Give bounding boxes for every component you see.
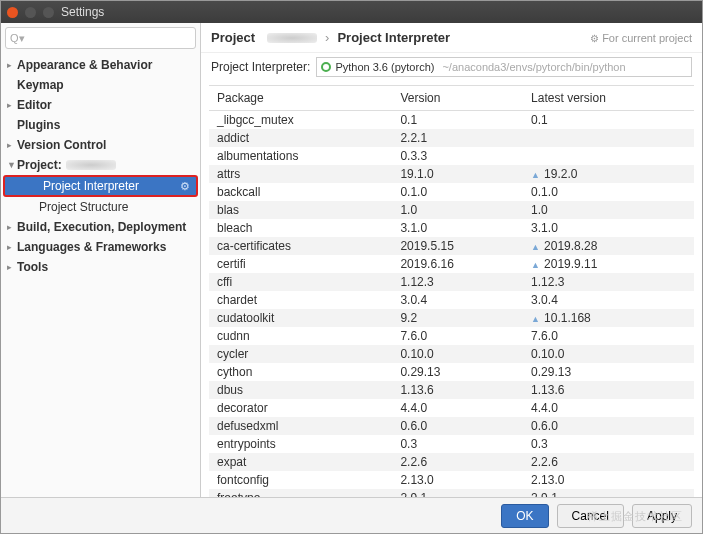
pkg-latest: 0.1 (523, 111, 694, 130)
redacted-name (66, 160, 116, 170)
sidebar-item-plugins[interactable]: Plugins (1, 115, 200, 135)
pkg-name: dbus (209, 381, 392, 399)
chevron-right-icon: ▸ (7, 262, 17, 272)
breadcrumb: Project › Project Interpreter ⚙For curre… (201, 23, 702, 53)
pkg-latest: 0.3 (523, 435, 694, 453)
close-icon[interactable] (7, 7, 18, 18)
redacted-name (267, 33, 317, 43)
table-row[interactable]: backcall0.1.00.1.0 (209, 183, 694, 201)
table-row[interactable]: cudatoolkit9.2▲10.1.168 (209, 309, 694, 327)
pkg-latest: 0.29.13 (523, 363, 694, 381)
pkg-latest (523, 147, 694, 165)
table-row[interactable]: blas1.01.0 (209, 201, 694, 219)
sidebar-item-keymap[interactable]: Keymap (1, 75, 200, 95)
table-row[interactable]: _libgcc_mutex0.10.1 (209, 111, 694, 130)
tree-item-label: Tools (17, 260, 48, 274)
pkg-name: cudatoolkit (209, 309, 392, 327)
tree-item-label: Version Control (17, 138, 106, 152)
crumb-interpreter: Project Interpreter (337, 30, 450, 45)
crumb-project[interactable]: Project (211, 30, 255, 45)
pkg-version: 2.2.1 (392, 129, 523, 147)
pkg-name: ca-certificates (209, 237, 392, 255)
tree-item-label: Project: (17, 158, 62, 172)
table-row[interactable]: albumentations0.3.3 (209, 147, 694, 165)
sidebar-item-version-control[interactable]: ▸Version Control (1, 135, 200, 155)
main-panel: Project › Project Interpreter ⚙For curre… (201, 23, 702, 497)
sidebar-item-project-interpreter[interactable]: Project Interpreter⚙ (3, 175, 198, 197)
interpreter-name: Python 3.6 (pytorch) (335, 61, 434, 73)
pkg-name: _libgcc_mutex (209, 111, 392, 130)
pkg-latest: 4.4.0 (523, 399, 694, 417)
upgrade-icon: ▲ (531, 170, 540, 180)
table-row[interactable]: cffi1.12.31.12.3 (209, 273, 694, 291)
search-placeholder: Q▾ (10, 32, 25, 45)
pkg-name: cycler (209, 345, 392, 363)
table-row[interactable]: dbus1.13.61.13.6 (209, 381, 694, 399)
upgrade-icon: ▲ (531, 314, 540, 324)
pkg-name: backcall (209, 183, 392, 201)
interpreter-path: ~/anaconda3/envs/pytorch/bin/python (442, 61, 625, 73)
table-row[interactable]: attrs19.1.0▲19.2.0 (209, 165, 694, 183)
pkg-version: 0.10.0 (392, 345, 523, 363)
tree-item-label: Project Structure (39, 200, 128, 214)
table-row[interactable]: cudnn7.6.07.6.0 (209, 327, 694, 345)
sidebar-item-appearance-behavior[interactable]: ▸Appearance & Behavior (1, 55, 200, 75)
packages-table: Package Version Latest version _libgcc_m… (209, 86, 694, 497)
col-version[interactable]: Version (392, 86, 523, 111)
search-input[interactable]: Q▾ (5, 27, 196, 49)
col-package[interactable]: Package (209, 86, 392, 111)
maximize-icon[interactable] (43, 7, 54, 18)
table-row[interactable]: certifi2019.6.16▲2019.9.11 (209, 255, 694, 273)
pkg-name: defusedxml (209, 417, 392, 435)
pkg-latest: 3.1.0 (523, 219, 694, 237)
pkg-version: 0.29.13 (392, 363, 523, 381)
pkg-latest: 1.0 (523, 201, 694, 219)
pkg-latest: 0.10.0 (523, 345, 694, 363)
sidebar-item-build-execution-deployment[interactable]: ▸Build, Execution, Deployment (1, 217, 200, 237)
pkg-version: 4.4.0 (392, 399, 523, 417)
pkg-version: 1.12.3 (392, 273, 523, 291)
pkg-name: blas (209, 201, 392, 219)
table-row[interactable]: ca-certificates2019.5.15▲2019.8.28 (209, 237, 694, 255)
gear-icon[interactable]: ⚙ (180, 180, 190, 193)
pkg-latest: 0.6.0 (523, 417, 694, 435)
pkg-name: freetype (209, 489, 392, 497)
interpreter-dropdown[interactable]: Python 3.6 (pytorch) ~/anaconda3/envs/py… (316, 57, 692, 77)
sidebar-item-languages-frameworks[interactable]: ▸Languages & Frameworks (1, 237, 200, 257)
table-row[interactable]: defusedxml0.6.00.6.0 (209, 417, 694, 435)
sidebar-item-project-structure[interactable]: Project Structure (1, 197, 200, 217)
table-row[interactable]: decorator4.4.04.4.0 (209, 399, 694, 417)
pkg-version: 7.6.0 (392, 327, 523, 345)
chevron-down-icon: ▼ (7, 160, 17, 170)
table-row[interactable]: cycler0.10.00.10.0 (209, 345, 694, 363)
ok-button[interactable]: OK (501, 504, 548, 528)
table-row[interactable]: fontconfig2.13.02.13.0 (209, 471, 694, 489)
table-row[interactable]: cython0.29.130.29.13 (209, 363, 694, 381)
table-row[interactable]: expat2.2.62.2.6 (209, 453, 694, 471)
pkg-name: chardet (209, 291, 392, 309)
pkg-version: 0.1 (392, 111, 523, 130)
col-latest[interactable]: Latest version (523, 86, 694, 111)
pkg-version: 1.13.6 (392, 381, 523, 399)
sidebar-item-project[interactable]: ▼Project: (1, 155, 200, 175)
chevron-right-icon: ▸ (7, 100, 17, 110)
sidebar-item-editor[interactable]: ▸Editor (1, 95, 200, 115)
pkg-latest: ▲2019.9.11 (523, 255, 694, 273)
pkg-name: bleach (209, 219, 392, 237)
cancel-button[interactable]: Cancel (557, 504, 624, 528)
minimize-icon[interactable] (25, 7, 36, 18)
apply-button[interactable]: Apply (632, 504, 692, 528)
settings-tree: ▸Appearance & BehaviorKeymap▸EditorPlugi… (1, 53, 200, 497)
table-row[interactable]: addict2.2.1 (209, 129, 694, 147)
tree-item-label: Plugins (17, 118, 60, 132)
table-row[interactable]: entrypoints0.30.3 (209, 435, 694, 453)
tree-item-label: Keymap (17, 78, 64, 92)
crumb-separator: › (325, 30, 329, 45)
gear-icon: ⚙ (590, 33, 599, 44)
packages-table-wrap[interactable]: Package Version Latest version _libgcc_m… (209, 85, 694, 497)
table-row[interactable]: freetype2.9.12.9.1 (209, 489, 694, 497)
chevron-right-icon: ▸ (7, 60, 17, 70)
table-row[interactable]: bleach3.1.03.1.0 (209, 219, 694, 237)
table-row[interactable]: chardet3.0.43.0.4 (209, 291, 694, 309)
sidebar-item-tools[interactable]: ▸Tools (1, 257, 200, 277)
